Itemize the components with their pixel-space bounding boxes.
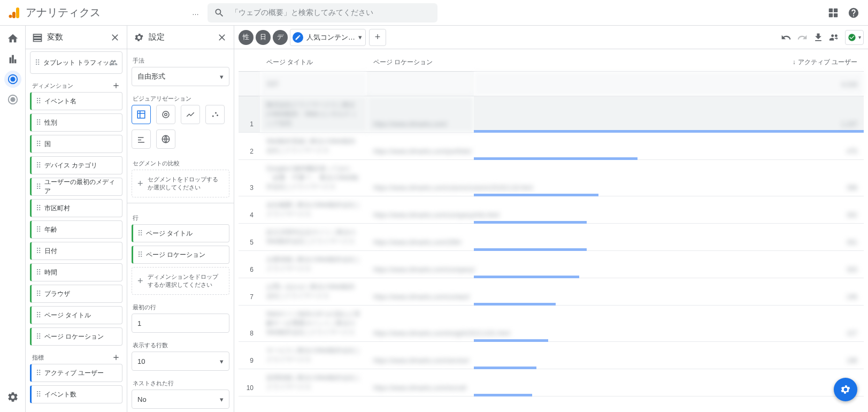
- cell-page-title: 設立20周年記念サイト | 東京のWeb制作会社 | クライマークス: [260, 224, 367, 251]
- cell-page-title: 企業情報 | 東京のWeb制作会社 | クライマークス: [260, 251, 367, 278]
- dimension-chip[interactable]: ⠿国: [30, 135, 122, 153]
- dimension-chip[interactable]: ⠿年齢: [30, 220, 122, 239]
- apps-icon[interactable]: [827, 7, 839, 19]
- table-row[interactable]: 10採用情報 | 東京のWeb制作会社 | クライマークスhttps://www…: [239, 369, 864, 396]
- cell-metric: 196: [474, 342, 864, 369]
- th-page-location[interactable]: ページ ロケーション: [367, 54, 474, 72]
- dimension-chip[interactable]: ⠿性別: [30, 113, 122, 132]
- drag-handle-icon: ⠿: [36, 268, 40, 277]
- viz-bar-icon[interactable]: [132, 129, 151, 149]
- table-row[interactable]: 9サービス | 東京のWeb制作会社 | クライマークスhttps://www.…: [239, 342, 864, 369]
- metrics-section-header: 指標: [30, 349, 122, 364]
- tab-button[interactable]: 日: [256, 30, 271, 45]
- dimension-chip[interactable]: ⠿ユーザーの最初のメディア: [30, 178, 122, 196]
- nav-explore[interactable]: [4, 71, 21, 88]
- table-row[interactable]: 7お問い合わせ | 東京のWeb制作会社 | クライマークスhttps://ww…: [239, 278, 864, 306]
- tab-button[interactable]: 性: [239, 30, 254, 45]
- dimension-chip[interactable]: ⠿日付: [30, 242, 122, 260]
- metric-chip[interactable]: ⠿アクティブ ユーザー: [30, 364, 122, 382]
- cell-metric: 246: [474, 278, 864, 306]
- variable-icon: [32, 32, 43, 43]
- check-circle-icon: [848, 33, 856, 42]
- dimension-chip[interactable]: ⠿デバイス カテゴリ: [30, 156, 122, 174]
- add-tab-button[interactable]: +: [369, 29, 386, 46]
- drag-handle-icon: ⠿: [36, 161, 40, 170]
- dimension-chip[interactable]: ⠿ページ ロケーション: [30, 327, 122, 346]
- help-icon[interactable]: [848, 7, 859, 19]
- table-row[interactable]: 6企業情報 | 東京のWeb制作会社 | クライマークスhttps://www.…: [239, 251, 864, 278]
- drag-handle-icon: ⠿: [36, 390, 40, 399]
- first-row-input[interactable]: 1: [132, 314, 229, 333]
- th-metric[interactable]: ↓アクティブ ユーザー: [474, 54, 864, 72]
- chevron-down-icon: ▾: [220, 395, 224, 403]
- gear-sparkle-icon: [840, 384, 851, 395]
- cell-page-title: Webサイト制作の8つの流れと理解すべき重要ポイント | 東京のWeb制作会社 …: [260, 306, 367, 342]
- more-dots[interactable]: …: [192, 9, 199, 17]
- table-row[interactable]: 3Googleの無料翻訳使ってみた「必要・不要？」 東京のWeb制作会社 | ク…: [239, 160, 864, 196]
- row-dim-drop[interactable]: + ディメンションをドロップするか選択してください: [132, 267, 229, 295]
- report-toolbar: 性日デ 人気コンテン… ▾ + ▾: [234, 26, 868, 49]
- viz-scatter-icon[interactable]: [205, 105, 225, 124]
- show-rows-select[interactable]: 10 ▾: [132, 352, 229, 371]
- method-select[interactable]: 自由形式 ▾: [132, 67, 229, 86]
- status-indicator[interactable]: ▾: [845, 30, 864, 45]
- download-icon[interactable]: [813, 32, 824, 43]
- cell-page-title: サービス | 東京のWeb制作会社 | クライマークス: [260, 342, 367, 369]
- close-variables-icon[interactable]: [110, 32, 120, 43]
- close-settings-icon[interactable]: [217, 32, 227, 43]
- row-dimension-chip[interactable]: ⠿ページ タイトル: [132, 224, 229, 242]
- viz-table-icon[interactable]: [132, 105, 151, 124]
- metric-label: イベント数: [44, 390, 76, 399]
- segment-drop-area[interactable]: + セグメントをドロップするか選択してください: [132, 170, 229, 197]
- dimension-label: 国: [44, 140, 51, 149]
- dimension-chip[interactable]: ⠿ページ タイトル: [30, 306, 122, 324]
- drag-handle-icon: ⠿: [36, 204, 40, 212]
- viz-geo-icon[interactable]: [156, 129, 175, 149]
- viz-donut-icon[interactable]: [156, 105, 175, 124]
- tab-button[interactable]: デ: [273, 30, 288, 45]
- dimension-chip[interactable]: ⠿イベント名: [30, 92, 122, 110]
- nav-home[interactable]: [4, 30, 21, 47]
- table-row[interactable]: 4会社概要 | 東京のWeb制作会社 | クライマークスhttps://www.…: [239, 196, 864, 224]
- header-actions: [827, 7, 859, 19]
- table-row[interactable]: 8Webサイト制作の8つの流れと理解すべき重要ポイント | 東京のWeb制作会社…: [239, 306, 864, 342]
- logo[interactable]: アナリティクス: [9, 5, 101, 20]
- svg-point-12: [165, 113, 167, 116]
- row-index: 8: [239, 306, 260, 342]
- settings-title: 設定: [149, 32, 165, 42]
- cell-page-location: https://www.climarks.com/company/: [367, 251, 474, 278]
- dimension-chip[interactable]: ⠿市区町村: [30, 199, 122, 217]
- drag-handle-icon: ⠿: [36, 247, 40, 255]
- drag-handle-icon: ⠿: [137, 250, 142, 259]
- table-row[interactable]: 2Web制作実績 | 東京のWeb制作会社 | クライマークスhttps://w…: [239, 133, 864, 160]
- drag-handle-icon: ⠿: [137, 229, 142, 238]
- segment-chip-tablet[interactable]: ⠿ タブレット トラフィック: [30, 51, 122, 74]
- dimension-chip[interactable]: ⠿時間: [30, 263, 122, 281]
- search-bar[interactable]: 「ウェブの概要」と検索してみてください: [208, 3, 437, 22]
- undo-icon[interactable]: [781, 32, 792, 43]
- share-icon[interactable]: [829, 32, 840, 43]
- add-dimension-icon[interactable]: [112, 81, 120, 90]
- nav-reports[interactable]: [4, 50, 21, 67]
- svg-rect-1: [12, 12, 16, 18]
- table-row[interactable]: 5設立20周年記念サイト | 東京のWeb制作会社 | クライマークスhttps…: [239, 224, 864, 251]
- insights-fab[interactable]: [834, 378, 857, 401]
- active-tab[interactable]: 人気コンテン… ▾: [290, 29, 366, 46]
- metric-chip[interactable]: ⠿イベント数: [30, 385, 122, 403]
- nav-advertising[interactable]: [4, 91, 21, 108]
- row-dimension-chip[interactable]: ⠿ページ ロケーション: [132, 246, 229, 264]
- dimension-label: 市区町村: [44, 204, 70, 213]
- nested-rows-select[interactable]: No ▾: [132, 390, 229, 409]
- dimension-label: ページ ロケーション: [44, 332, 104, 341]
- chevron-down-icon[interactable]: ▾: [358, 33, 362, 41]
- add-metric-icon[interactable]: [112, 353, 120, 362]
- segment-chip-label: タブレット トラフィック: [43, 58, 116, 67]
- nav-admin[interactable]: [4, 388, 21, 406]
- th-page-title[interactable]: ページ タイトル: [260, 54, 367, 72]
- table-row[interactable]: 1株式会社クライマークス | 東京のWeb制作・Webコンサルティング会社htt…: [239, 96, 864, 133]
- svg-point-14: [215, 112, 217, 114]
- dimension-chip[interactable]: ⠿ブラウザ: [30, 285, 122, 303]
- total-value: 4,318: [474, 72, 864, 96]
- viz-line-icon[interactable]: [181, 105, 200, 124]
- redo-icon[interactable]: [797, 32, 808, 43]
